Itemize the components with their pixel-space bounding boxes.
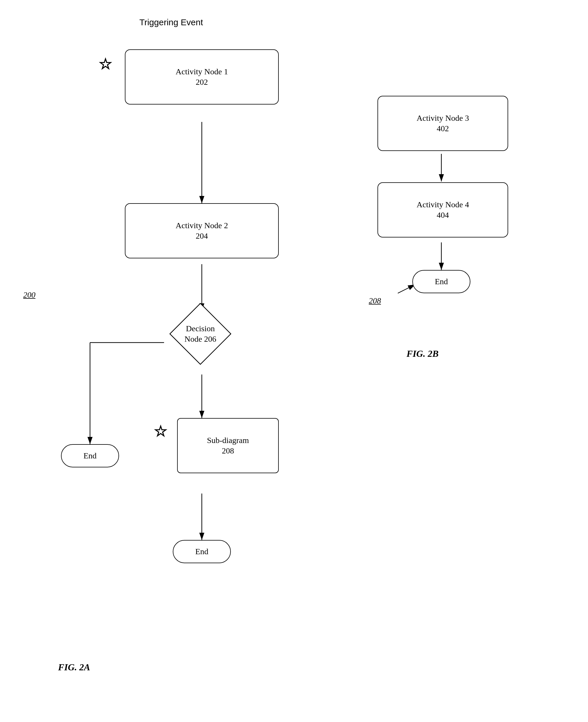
ref-208-label: 208 [369,296,381,305]
svg-marker-10 [170,303,231,364]
star-icon-subdiagram: ☆ [154,424,168,439]
end-node-2: End [173,540,231,563]
diagram-container: Triggering Event ☆ Activity Node 1 202 A… [0,0,588,722]
star-icon-top: ☆ [99,57,112,72]
activity-node-4: Activity Node 4 404 [377,182,508,237]
activity-node-2: Activity Node 2 204 [125,203,279,258]
ref-200-label: 200 [23,290,36,300]
subdiagram-node: Sub-diagram 208 [177,418,279,473]
decision-node: Decision Node 206 [168,302,232,366]
activity-node-3: Activity Node 3 402 [377,96,508,151]
svg-line-9 [398,284,415,293]
triggering-event-caption: Triggering Event [139,17,203,27]
end-node-1: End [61,444,119,467]
end-node-b: End [412,270,470,293]
activity-node-1: Activity Node 1 202 [125,49,279,105]
fig-2a-label: FIG. 2A [58,662,90,673]
fig-2b-label: FIG. 2B [406,348,438,359]
